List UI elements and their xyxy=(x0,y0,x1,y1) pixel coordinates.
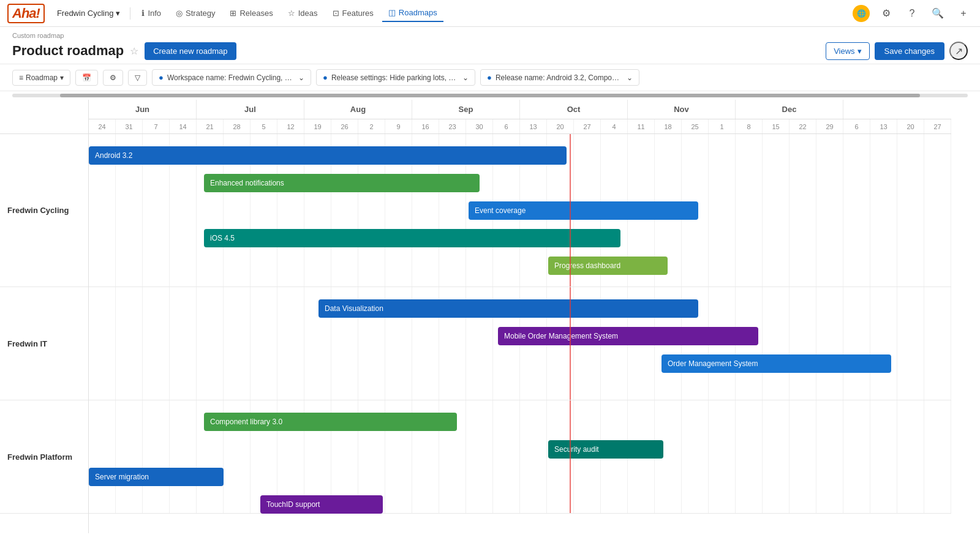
roadmap-view-button[interactable]: ≡ Roadmap ▾ xyxy=(12,70,70,86)
date-picker-button[interactable]: 📅 xyxy=(75,70,98,86)
nav-item-strategy[interactable]: ◎ Strategy xyxy=(170,5,221,21)
month-cell-oct: Oct xyxy=(520,100,628,119)
nav-item-info[interactable]: ℹ Info xyxy=(135,5,167,21)
week-cell-4: 21 xyxy=(197,119,224,133)
list-icon: ≡ xyxy=(19,73,23,82)
week-cell-16: 13 xyxy=(520,119,547,133)
bar-component-library[interactable]: Component library 3.0 xyxy=(204,413,457,431)
chip-arrow-icon: ⌄ xyxy=(298,73,304,82)
bar-ios-45[interactable]: iOS 4.5 xyxy=(204,229,620,247)
week-cell-25: 15 xyxy=(763,119,790,133)
week-cell-5: 28 xyxy=(224,119,251,133)
chip-arrow-icon2: ⌄ xyxy=(462,73,469,82)
week-cell-23: 1 xyxy=(709,119,736,133)
week-cell-24: 8 xyxy=(736,119,763,133)
bar-security-audit[interactable]: Security audit xyxy=(548,440,663,459)
bar-server-migration[interactable]: Server migration xyxy=(89,468,224,486)
week-cell-22: 25 xyxy=(682,119,709,133)
week-cell-6: 5 xyxy=(251,119,277,133)
releases-icon: ⊞ xyxy=(230,9,236,18)
week-cell-7: 12 xyxy=(277,119,304,133)
filter-button[interactable]: ▽ xyxy=(128,70,147,86)
roadmaps-icon: ◫ xyxy=(388,8,396,17)
close-circle-icon[interactable]: ● xyxy=(159,73,164,82)
close-circle-icon3[interactable]: ● xyxy=(487,73,492,82)
gantt-body: Android 3.2Enhanced notificationsEvent c… xyxy=(89,134,951,514)
views-button[interactable]: Views ▾ xyxy=(826,42,869,60)
week-cell-3: 14 xyxy=(170,119,197,133)
share-icon[interactable]: ↗ xyxy=(949,42,968,60)
ideas-icon: ☆ xyxy=(288,9,295,18)
release-name-filter-chip[interactable]: ● Release name: Android 3.2, Compone... … xyxy=(480,69,639,86)
workspace-selector[interactable]: Fredwin Cycling ▾ xyxy=(52,6,125,20)
bar-data-visualization[interactable]: Data Visualization xyxy=(318,299,698,318)
nav-item-features[interactable]: ⊡ Features xyxy=(326,5,380,21)
workspace-filter-chip[interactable]: ● Workspace name: Fredwin Cycling, Fr...… xyxy=(152,69,311,86)
today-line xyxy=(570,287,571,400)
week-cell-29: 13 xyxy=(870,119,897,133)
nav-item-releases[interactable]: ⊞ Releases xyxy=(224,5,279,21)
settings-icon: ⚙ xyxy=(110,73,116,82)
timeline-scroll[interactable]: JunJulAugSepOctNovDec 243171421285121926… xyxy=(89,100,980,533)
month-cell-dec: Dec xyxy=(736,100,843,119)
week-cell-10: 2 xyxy=(358,119,385,133)
week-cell-30: 20 xyxy=(897,119,924,133)
week-header: 2431714212851219262916233061320274111825… xyxy=(89,119,951,134)
save-changes-button[interactable]: Save changes xyxy=(875,42,944,60)
today-line xyxy=(570,400,571,513)
month-cell-jun: Jun xyxy=(89,100,197,119)
features-icon: ⊡ xyxy=(333,9,339,18)
bar-mobile-order[interactable]: Mobile Order Management System xyxy=(498,327,758,345)
help-icon[interactable]: ? xyxy=(903,4,921,23)
week-cell-0: 24 xyxy=(89,119,116,133)
avatar[interactable]: 🌐 xyxy=(853,5,870,22)
week-cell-31: 27 xyxy=(924,119,951,133)
gantt-row-fredwin-cycling: Android 3.2Enhanced notificationsEvent c… xyxy=(89,134,951,287)
bar-order-management[interactable]: Order Management System xyxy=(662,354,891,373)
timeline-container: Fredwin Cycling Fredwin IT Fredwin Platf… xyxy=(0,100,980,533)
week-cell-15: 6 xyxy=(493,119,520,133)
app-logo: Aha! xyxy=(7,4,45,23)
add-icon[interactable]: + xyxy=(954,4,973,23)
scroll-thumb[interactable] xyxy=(60,94,920,97)
toolbar: ≡ Roadmap ▾ 📅 ⚙ ▽ ● Workspace name: Fred… xyxy=(0,64,980,91)
bar-event-coverage[interactable]: Event coverage xyxy=(469,201,698,220)
create-new-roadmap-button[interactable]: Create new roadmap xyxy=(145,42,236,60)
nav-item-ideas[interactable]: ☆ Ideas xyxy=(282,5,324,21)
bar-progress-dashboard[interactable]: Progress dashboard xyxy=(548,257,668,275)
week-cell-14: 30 xyxy=(466,119,493,133)
bar-touchid-support[interactable]: TouchID support xyxy=(260,495,383,514)
gantt-row-fredwin-it: Data VisualizationMobile Order Managemen… xyxy=(89,287,951,400)
nav-divider xyxy=(130,7,130,20)
month-cell-aug: Aug xyxy=(304,100,412,119)
info-icon: ℹ xyxy=(141,9,145,18)
bar-android-32[interactable]: Android 3.2 xyxy=(89,146,567,165)
week-cell-8: 19 xyxy=(304,119,331,133)
gantt-row-fredwin-platform: Component library 3.0Security auditServe… xyxy=(89,400,951,514)
week-cell-26: 22 xyxy=(790,119,816,133)
settings-view-button[interactable]: ⚙ xyxy=(103,70,123,86)
calendar-icon: 📅 xyxy=(82,73,91,82)
chevron-down-icon: ▾ xyxy=(858,47,862,56)
week-cell-27: 29 xyxy=(816,119,843,133)
row-label-fredwin-platform: Fredwin Platform xyxy=(0,400,88,514)
row-label-fredwin-it: Fredwin IT xyxy=(0,287,88,400)
month-header: JunJulAugSepOctNovDec xyxy=(89,100,951,119)
scroll-track[interactable] xyxy=(12,94,968,97)
release-settings-filter-chip[interactable]: ● Release settings: Hide parking lots, H… xyxy=(316,69,475,86)
top-navigation: Aha! Fredwin Cycling ▾ ℹ Info ◎ Strategy… xyxy=(0,0,980,27)
page-title: Product roadmap xyxy=(12,43,124,59)
nav-item-roadmaps[interactable]: ◫ Roadmaps xyxy=(382,4,443,22)
row-label-fredwin-cycling: Fredwin Cycling xyxy=(0,134,88,287)
close-circle-icon2[interactable]: ● xyxy=(323,73,328,82)
nav-right-actions: 🌐 ⚙ ? 🔍 + xyxy=(853,4,973,23)
week-cell-13: 23 xyxy=(439,119,466,133)
week-cell-20: 11 xyxy=(628,119,655,133)
settings-icon[interactable]: ⚙ xyxy=(877,4,895,23)
week-cell-2: 7 xyxy=(143,119,170,133)
star-icon[interactable]: ☆ xyxy=(130,45,138,57)
week-cell-9: 26 xyxy=(331,119,358,133)
subheader: Custom roadmap Product roadmap ☆ Create … xyxy=(0,27,980,64)
search-icon[interactable]: 🔍 xyxy=(929,4,947,23)
bar-enhanced-notifications[interactable]: Enhanced notifications xyxy=(204,174,480,192)
